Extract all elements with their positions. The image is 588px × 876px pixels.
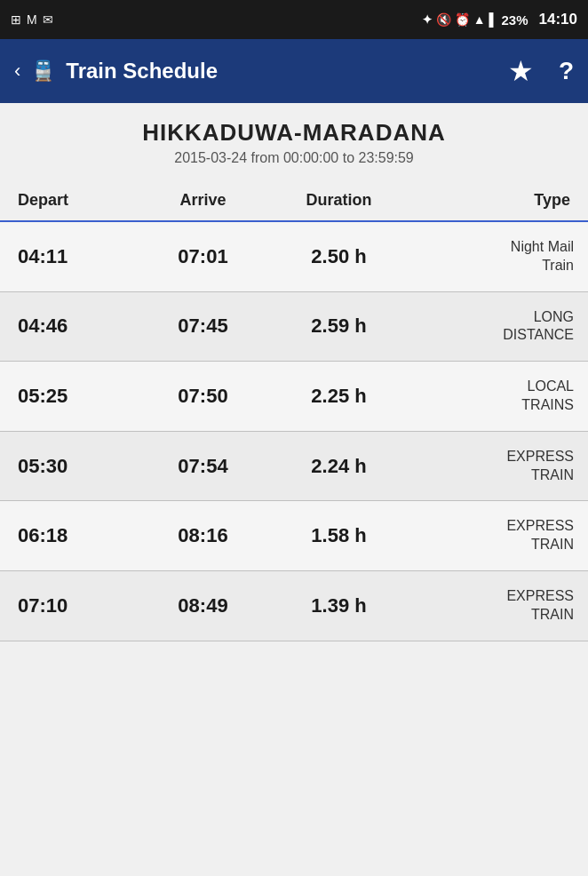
help-button[interactable]: ? (559, 57, 574, 85)
status-time: 14:10 (539, 11, 577, 28)
table-row[interactable]: 05:2507:502.25 hLOCAL TRAINS (0, 362, 588, 432)
app-title: Train Schedule (66, 59, 497, 84)
route-title: HIKKADUWA-MARADANA (7, 119, 581, 147)
cell-arrive: 07:01 (142, 221, 263, 291)
route-date: 2015-03-24 from 00:00:00 to 23:59:59 (7, 150, 581, 166)
cell-duration: 2.24 h (264, 431, 415, 501)
table-row[interactable]: 07:1008:491.39 hEXPRESS TRAIN (0, 570, 588, 641)
cell-duration: 2.25 h (264, 362, 415, 432)
cell-arrive: 07:45 (142, 291, 263, 362)
cell-depart: 04:46 (0, 291, 142, 362)
bluetooth-icon: ✦ (422, 12, 433, 27)
status-bar-right: ✦ 🔇 ⏰ ▲ ▌ 23% 14:10 (422, 11, 577, 28)
schedule-body: 04:1107:012.50 hNight Mail Train04:4607:… (0, 221, 588, 641)
col-duration: Duration (264, 180, 415, 221)
status-bar-left: ⊞ M ✉ (11, 12, 53, 27)
gmail-icon: M (27, 12, 37, 27)
cell-arrive: 07:54 (142, 431, 263, 501)
wifi-icon: ▲ (473, 12, 486, 27)
cell-depart: 04:11 (0, 221, 142, 291)
cell-depart: 05:25 (0, 362, 142, 432)
train-icon: 🚆 (31, 60, 55, 83)
schedule-table: Depart Arrive Duration Type 04:1107:012.… (0, 180, 588, 641)
table-header: Depart Arrive Duration Type (0, 180, 588, 221)
cell-type: EXPRESS TRAIN (414, 501, 588, 571)
cell-duration: 1.39 h (264, 570, 415, 641)
main-content: HIKKADUWA-MARADANA 2015-03-24 from 00:00… (0, 103, 588, 876)
cell-arrive: 08:49 (142, 570, 263, 641)
screenshot-icon: ⊞ (11, 12, 21, 27)
email-icon: ✉ (43, 12, 53, 27)
col-arrive: Arrive (142, 180, 263, 221)
route-header: HIKKADUWA-MARADANA 2015-03-24 from 00:00… (0, 103, 588, 173)
cell-type: LOCAL TRAINS (414, 362, 588, 432)
table-row[interactable]: 05:3007:542.24 hEXPRESS TRAIN (0, 431, 588, 501)
cell-depart: 07:10 (0, 570, 142, 641)
cell-depart: 05:30 (0, 431, 142, 501)
col-depart: Depart (0, 180, 142, 221)
cell-arrive: 07:50 (142, 362, 263, 432)
table-row[interactable]: 04:1107:012.50 hNight Mail Train (0, 221, 588, 291)
cell-type: EXPRESS TRAIN (414, 570, 588, 641)
col-type: Type (414, 180, 588, 221)
favorite-button[interactable]: ★ (508, 54, 534, 88)
cell-type: Night Mail Train (414, 221, 588, 291)
battery-indicator: 23% (501, 12, 528, 28)
table-row[interactable]: 04:4607:452.59 hLONG DISTANCE (0, 291, 588, 362)
table-row[interactable]: 06:1808:161.58 hEXPRESS TRAIN (0, 501, 588, 571)
mute-icon: 🔇 (436, 12, 451, 27)
cell-duration: 2.50 h (264, 221, 415, 291)
cell-duration: 2.59 h (264, 291, 415, 362)
cell-type: EXPRESS TRAIN (414, 431, 588, 501)
cell-duration: 1.58 h (264, 501, 415, 571)
app-bar: ‹ 🚆 Train Schedule ★ ? (0, 39, 588, 103)
signal-icon: ▌ (489, 12, 498, 27)
alarm-icon: ⏰ (455, 12, 470, 27)
cell-depart: 06:18 (0, 501, 142, 571)
cell-arrive: 08:16 (142, 501, 263, 571)
back-button[interactable]: ‹ (14, 60, 20, 83)
status-bar: ⊞ M ✉ ✦ 🔇 ⏰ ▲ ▌ 23% 14:10 (0, 0, 588, 39)
cell-type: LONG DISTANCE (414, 291, 588, 362)
